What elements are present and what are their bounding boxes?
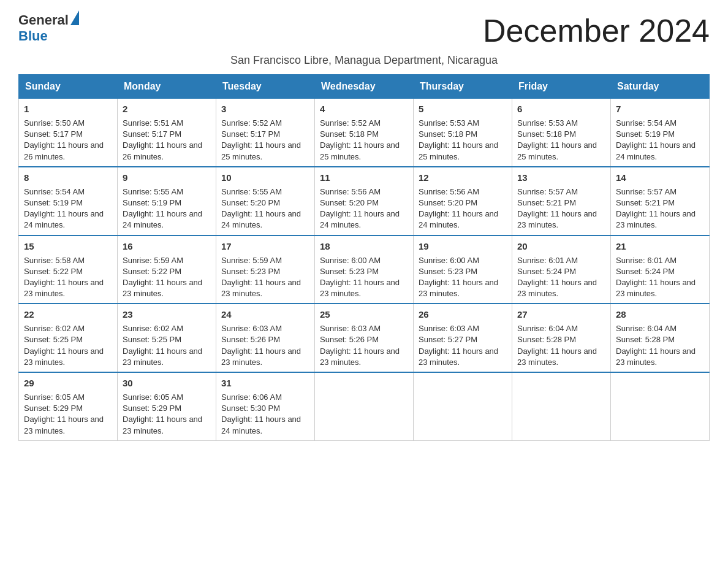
subtitle: San Francisco Libre, Managua Department,… bbox=[18, 54, 710, 67]
sunset-text: Sunset: 5:23 PM bbox=[320, 267, 379, 276]
day-number: 12 bbox=[419, 171, 507, 184]
daylight-text: Daylight: 11 hours and 26 minutes. bbox=[24, 140, 104, 161]
calendar-cell: 9Sunrise: 5:55 AMSunset: 5:19 PMDaylight… bbox=[118, 167, 216, 236]
daylight-text: Daylight: 11 hours and 24 minutes. bbox=[320, 209, 400, 229]
weekday-header-friday: Friday bbox=[512, 75, 611, 99]
calendar-cell: 2Sunrise: 5:51 AMSunset: 5:17 PMDaylight… bbox=[118, 99, 216, 167]
day-number: 31 bbox=[221, 377, 309, 389]
calendar-cell: 1Sunrise: 5:50 AMSunset: 5:17 PMDaylight… bbox=[19, 99, 118, 167]
sunset-text: Sunset: 5:20 PM bbox=[419, 198, 477, 207]
logo-blue-text: Blue bbox=[18, 28, 48, 44]
sunset-text: Sunset: 5:21 PM bbox=[616, 198, 675, 207]
sunrise-text: Sunrise: 5:55 AM bbox=[221, 187, 282, 196]
sunrise-text: Sunrise: 6:03 AM bbox=[419, 324, 479, 333]
calendar-cell: 16Sunrise: 5:59 AMSunset: 5:22 PMDayligh… bbox=[118, 236, 216, 304]
day-number: 19 bbox=[419, 240, 507, 253]
calendar-cell: 21Sunrise: 6:01 AMSunset: 5:24 PMDayligh… bbox=[611, 236, 710, 304]
day-number: 14 bbox=[616, 171, 704, 184]
sunrise-text: Sunrise: 5:58 AM bbox=[24, 256, 85, 265]
calendar-cell: 24Sunrise: 6:03 AMSunset: 5:26 PMDayligh… bbox=[216, 304, 315, 372]
calendar-cell: 11Sunrise: 5:56 AMSunset: 5:20 PMDayligh… bbox=[315, 167, 414, 236]
sunrise-text: Sunrise: 5:55 AM bbox=[123, 187, 183, 196]
daylight-text: Daylight: 11 hours and 23 minutes. bbox=[123, 415, 202, 435]
calendar-cell: 30Sunrise: 6:05 AMSunset: 5:29 PMDayligh… bbox=[118, 372, 216, 440]
calendar-week-row: 8Sunrise: 5:54 AMSunset: 5:19 PMDaylight… bbox=[19, 167, 710, 236]
day-number: 5 bbox=[419, 102, 507, 115]
calendar-cell bbox=[611, 372, 710, 440]
sunrise-text: Sunrise: 6:05 AM bbox=[24, 393, 85, 402]
daylight-text: Daylight: 11 hours and 25 minutes. bbox=[320, 140, 400, 161]
weekday-header-sunday: Sunday bbox=[19, 75, 118, 99]
daylight-text: Daylight: 11 hours and 24 minutes. bbox=[123, 209, 202, 229]
sunset-text: Sunset: 5:25 PM bbox=[24, 335, 83, 344]
weekday-header-wednesday: Wednesday bbox=[315, 75, 414, 99]
calendar-cell: 7Sunrise: 5:54 AMSunset: 5:19 PMDaylight… bbox=[611, 99, 710, 167]
day-number: 15 bbox=[24, 240, 112, 253]
daylight-text: Daylight: 11 hours and 23 minutes. bbox=[24, 347, 104, 367]
sunrise-text: Sunrise: 5:53 AM bbox=[517, 118, 578, 128]
daylight-text: Daylight: 11 hours and 24 minutes. bbox=[616, 140, 696, 161]
calendar-week-row: 1Sunrise: 5:50 AMSunset: 5:17 PMDaylight… bbox=[19, 99, 710, 167]
daylight-text: Daylight: 11 hours and 24 minutes. bbox=[24, 209, 104, 229]
daylight-text: Daylight: 11 hours and 25 minutes. bbox=[221, 140, 301, 161]
sunrise-text: Sunrise: 6:01 AM bbox=[517, 256, 578, 265]
calendar-cell: 10Sunrise: 5:55 AMSunset: 5:20 PMDayligh… bbox=[216, 167, 315, 236]
daylight-text: Daylight: 11 hours and 23 minutes. bbox=[123, 278, 202, 298]
day-number: 2 bbox=[123, 102, 211, 115]
day-number: 26 bbox=[419, 308, 507, 321]
daylight-text: Daylight: 11 hours and 26 minutes. bbox=[123, 140, 202, 161]
day-number: 9 bbox=[123, 171, 211, 184]
calendar-cell: 31Sunrise: 6:06 AMSunset: 5:30 PMDayligh… bbox=[216, 372, 315, 440]
sunset-text: Sunset: 5:20 PM bbox=[221, 198, 280, 207]
daylight-text: Daylight: 11 hours and 23 minutes. bbox=[221, 347, 301, 367]
calendar-cell: 28Sunrise: 6:04 AMSunset: 5:28 PMDayligh… bbox=[611, 304, 710, 372]
sunrise-text: Sunrise: 6:02 AM bbox=[24, 324, 85, 333]
day-number: 8 bbox=[24, 171, 112, 184]
day-number: 23 bbox=[123, 308, 211, 321]
sunrise-text: Sunrise: 5:50 AM bbox=[24, 118, 85, 128]
calendar-week-row: 29Sunrise: 6:05 AMSunset: 5:29 PMDayligh… bbox=[19, 372, 710, 440]
sunset-text: Sunset: 5:18 PM bbox=[517, 129, 576, 139]
sunrise-text: Sunrise: 5:59 AM bbox=[221, 256, 282, 265]
daylight-text: Daylight: 11 hours and 23 minutes. bbox=[24, 278, 104, 298]
sunset-text: Sunset: 5:28 PM bbox=[517, 335, 576, 344]
sunrise-text: Sunrise: 5:54 AM bbox=[616, 118, 677, 128]
sunset-text: Sunset: 5:24 PM bbox=[517, 267, 576, 276]
daylight-text: Daylight: 11 hours and 25 minutes. bbox=[517, 140, 597, 161]
calendar-cell bbox=[414, 372, 512, 440]
sunset-text: Sunset: 5:29 PM bbox=[24, 404, 83, 413]
calendar-cell: 13Sunrise: 5:57 AMSunset: 5:21 PMDayligh… bbox=[512, 167, 611, 236]
weekday-header-saturday: Saturday bbox=[611, 75, 710, 99]
calendar-cell: 6Sunrise: 5:53 AMSunset: 5:18 PMDaylight… bbox=[512, 99, 611, 167]
header: General Blue December 2024 bbox=[18, 12, 710, 49]
sunrise-text: Sunrise: 5:53 AM bbox=[419, 118, 479, 128]
sunrise-text: Sunrise: 6:00 AM bbox=[419, 256, 479, 265]
logo-general-text: General bbox=[18, 12, 69, 28]
sunrise-text: Sunrise: 5:54 AM bbox=[24, 187, 85, 196]
calendar-cell: 20Sunrise: 6:01 AMSunset: 5:24 PMDayligh… bbox=[512, 236, 611, 304]
daylight-text: Daylight: 11 hours and 23 minutes. bbox=[419, 347, 498, 367]
day-number: 25 bbox=[320, 308, 408, 321]
day-number: 20 bbox=[517, 240, 605, 253]
day-number: 11 bbox=[320, 171, 408, 184]
sunrise-text: Sunrise: 5:57 AM bbox=[517, 187, 578, 196]
weekday-header-monday: Monday bbox=[118, 75, 216, 99]
daylight-text: Daylight: 11 hours and 23 minutes. bbox=[419, 278, 498, 298]
calendar-cell: 15Sunrise: 5:58 AMSunset: 5:22 PMDayligh… bbox=[19, 236, 118, 304]
day-number: 22 bbox=[24, 308, 112, 321]
day-number: 27 bbox=[517, 308, 605, 321]
daylight-text: Daylight: 11 hours and 23 minutes. bbox=[517, 278, 597, 298]
calendar-cell: 8Sunrise: 5:54 AMSunset: 5:19 PMDaylight… bbox=[19, 167, 118, 236]
sunrise-text: Sunrise: 6:05 AM bbox=[123, 393, 183, 402]
sunset-text: Sunset: 5:26 PM bbox=[320, 335, 379, 344]
calendar-cell: 18Sunrise: 6:00 AMSunset: 5:23 PMDayligh… bbox=[315, 236, 414, 304]
calendar-table: SundayMondayTuesdayWednesdayThursdayFrid… bbox=[18, 74, 710, 441]
calendar-week-row: 22Sunrise: 6:02 AMSunset: 5:25 PMDayligh… bbox=[19, 304, 710, 372]
sunrise-text: Sunrise: 5:52 AM bbox=[320, 118, 381, 128]
calendar-cell: 4Sunrise: 5:52 AMSunset: 5:18 PMDaylight… bbox=[315, 99, 414, 167]
sunrise-text: Sunrise: 5:56 AM bbox=[320, 187, 381, 196]
sunset-text: Sunset: 5:23 PM bbox=[419, 267, 477, 276]
sunrise-text: Sunrise: 5:57 AM bbox=[616, 187, 677, 196]
calendar-cell: 14Sunrise: 5:57 AMSunset: 5:21 PMDayligh… bbox=[611, 167, 710, 236]
sunset-text: Sunset: 5:22 PM bbox=[24, 267, 83, 276]
